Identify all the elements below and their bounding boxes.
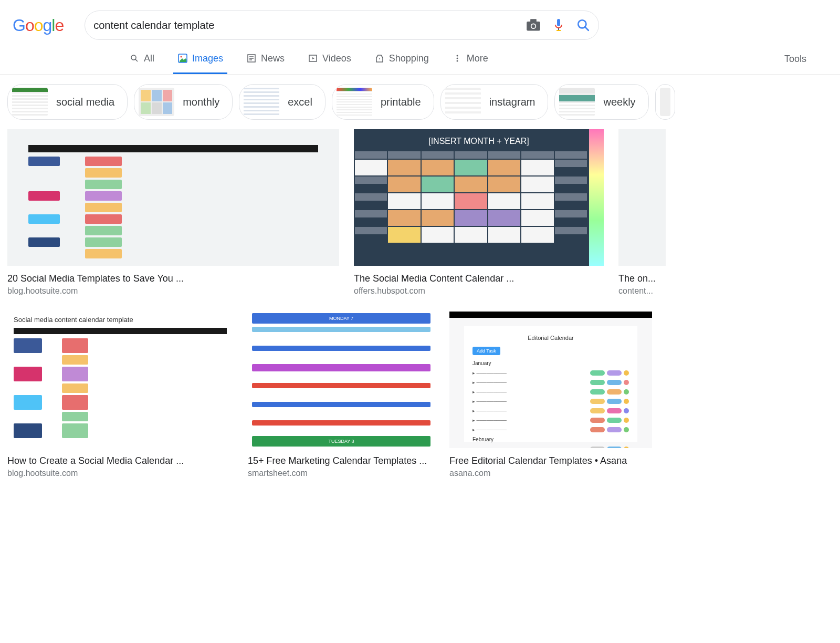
result-thumbnail: MONDAY 7 TUESDAY 8 (248, 312, 435, 448)
more-dots-icon (452, 53, 463, 64)
camera-icon[interactable] (526, 19, 541, 32)
thumb-text: MONDAY 7 (252, 313, 430, 324)
result-source: offers.hubspot.com (354, 286, 604, 296)
tab-label: All (144, 53, 154, 64)
chip-excel[interactable]: excel (239, 84, 326, 120)
chip-label: excel (288, 96, 312, 108)
news-icon (246, 53, 257, 64)
chip-monthly[interactable]: monthly (134, 84, 233, 120)
tab-videos[interactable]: Videos (303, 45, 355, 74)
image-result[interactable]: 20 Social Media Templates to Save You ..… (7, 129, 339, 296)
chip-instagram[interactable]: instagram (440, 84, 549, 120)
result-source: content... (618, 286, 666, 296)
tab-label: More (467, 53, 488, 64)
results-row: 20 Social Media Templates to Save You ..… (7, 129, 833, 296)
tab-shopping[interactable]: Shopping (370, 45, 433, 74)
chip-thumb (139, 88, 174, 116)
svg-rect-4 (557, 19, 560, 26)
image-results: 20 Social Media Templates to Save You ..… (0, 129, 840, 478)
thumb-text: January (472, 360, 629, 366)
tools-link[interactable]: Tools (784, 54, 806, 65)
search-tabs: All Images News Videos Shopping More (125, 45, 784, 74)
tab-images[interactable]: Images (173, 45, 227, 74)
search-small-icon (129, 53, 140, 64)
result-title: The Social Media Content Calendar ... (354, 273, 604, 284)
chip-thumb (12, 88, 48, 116)
thumb-text: Add Task (472, 347, 500, 355)
filter-chips: social media monthly excel printable ins… (0, 75, 840, 129)
result-thumbnail: [INSERT MONTH + YEAR] (354, 129, 604, 266)
result-title: 15+ Free Marketing Calendar Templates ..… (248, 455, 435, 466)
image-result[interactable]: Social media content calendar template H… (7, 312, 233, 478)
chip-label: printable (381, 96, 421, 108)
shopping-icon (374, 53, 385, 64)
image-result[interactable]: MONDAY 7 TUESDAY 8 15+ Free Marketin (248, 312, 435, 478)
result-thumbnail: Editorial Calendar Add Task January ▸ ──… (449, 312, 652, 448)
google-logo[interactable]: Google (13, 16, 64, 35)
chip-label: social media (56, 96, 114, 108)
tab-more[interactable]: More (448, 45, 492, 74)
result-source: smartsheet.com (248, 469, 435, 478)
thumb-text: February (472, 437, 629, 442)
svg-line-8 (585, 27, 589, 30)
chip-thumb (337, 88, 372, 116)
result-thumbnail (7, 129, 339, 266)
thumb-text: [INSERT MONTH + YEAR] (354, 132, 604, 150)
thumb-text: Editorial Calendar (472, 335, 629, 341)
thumb-text: TUESDAY 8 (252, 436, 430, 447)
search-input[interactable] (93, 19, 518, 32)
chip-more[interactable] (655, 84, 675, 120)
tab-news[interactable]: News (242, 45, 289, 74)
search-tabs-row: All Images News Videos Shopping More Too… (0, 44, 840, 75)
result-source: asana.com (449, 469, 652, 478)
tab-label: Images (192, 53, 223, 64)
chip-label: instagram (489, 96, 536, 108)
result-title: Free Editorial Calendar Templates • Asan… (449, 455, 652, 466)
chip-social-media[interactable]: social media (7, 84, 128, 120)
tab-label: News (261, 53, 285, 64)
tab-label: Shopping (389, 53, 429, 64)
chip-label: monthly (183, 96, 219, 108)
svg-point-19 (456, 55, 458, 57)
chip-thumb (660, 88, 670, 116)
svg-line-10 (135, 59, 138, 62)
videos-icon (308, 53, 318, 64)
result-thumbnail (618, 129, 666, 266)
svg-point-12 (181, 56, 182, 58)
images-icon (177, 53, 188, 64)
results-row: Social media content calendar template H… (7, 312, 833, 478)
image-result[interactable]: [INSERT MONTH + YEAR] The Social Media C… (354, 129, 604, 296)
header: Google (0, 0, 840, 44)
search-actions (526, 18, 590, 33)
chip-thumb (445, 88, 481, 116)
search-icon[interactable] (576, 18, 590, 32)
image-result[interactable]: The on... content... (618, 129, 666, 296)
chip-weekly[interactable]: weekly (554, 84, 648, 120)
svg-rect-1 (530, 19, 537, 23)
svg-point-20 (456, 58, 458, 59)
result-source: blog.hootsuite.com (7, 469, 233, 478)
svg-point-21 (456, 60, 458, 62)
svg-point-3 (532, 24, 536, 28)
result-title: The on... (618, 273, 666, 284)
result-title: 20 Social Media Templates to Save You ..… (7, 273, 339, 284)
chip-thumb (559, 88, 595, 116)
chip-printable[interactable]: printable (332, 84, 434, 120)
image-result[interactable]: Editorial Calendar Add Task January ▸ ──… (449, 312, 652, 478)
result-source: blog.hootsuite.com (7, 286, 339, 296)
chip-thumb (244, 88, 279, 116)
result-thumbnail: Social media content calendar template (7, 312, 233, 448)
tab-label: Videos (322, 53, 351, 64)
tab-all[interactable]: All (125, 45, 159, 74)
search-bar[interactable] (85, 11, 599, 40)
thumb-text: Social media content calendar template (7, 312, 233, 328)
mic-icon[interactable] (553, 18, 564, 33)
result-title: How to Create a Social Media Calendar ..… (7, 455, 233, 466)
svg-point-18 (379, 58, 380, 59)
chip-label: weekly (603, 96, 635, 108)
